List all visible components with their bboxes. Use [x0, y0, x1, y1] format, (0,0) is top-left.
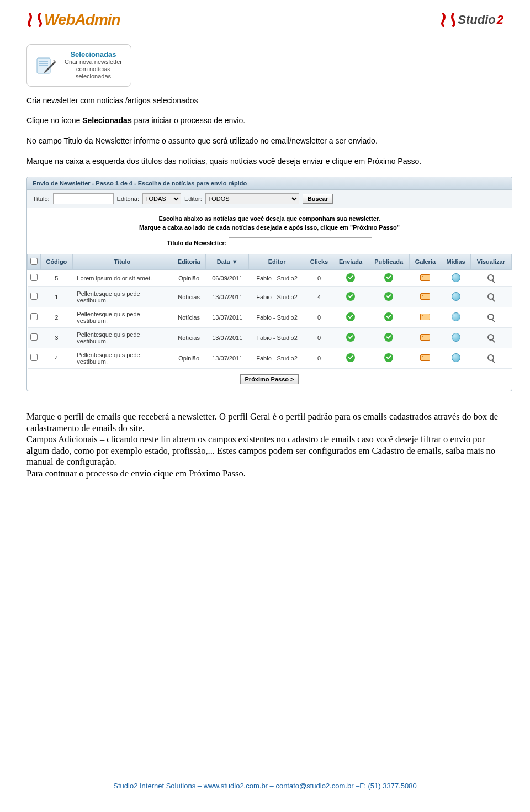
- cell-midias[interactable]: [441, 307, 470, 327]
- titulo-input[interactable]: [53, 193, 114, 204]
- col-codigo[interactable]: Código: [41, 254, 73, 269]
- body-p3: Para contnuar o processo de envio cique …: [26, 468, 504, 480]
- check-icon: [346, 353, 355, 362]
- page-footer: Studio2 Internet Solutions – www.studio2…: [26, 778, 504, 790]
- cell-galeria[interactable]: [410, 348, 441, 368]
- cell-galeria[interactable]: [410, 327, 441, 348]
- body-p2: Campos Adicionais – clicando neste lin a…: [26, 434, 504, 468]
- selecionadas-card[interactable]: Selecionadas Criar nova newsletter com n…: [26, 44, 131, 87]
- col-data[interactable]: Data ▼: [206, 254, 249, 269]
- globe-icon: [452, 292, 460, 301]
- filter-row: Título: Editoria: TODAS Editor: TODOS Bu…: [27, 190, 512, 208]
- titulo-label: Título:: [33, 195, 50, 202]
- table-row: 2Pellentesque quis pede vestibulum.Notíc…: [28, 307, 512, 327]
- col-editor[interactable]: Editor: [249, 254, 305, 269]
- col-midias[interactable]: Mídias: [441, 254, 470, 269]
- gallery-icon: [420, 314, 430, 320]
- cell-editoria: Notícias: [172, 327, 206, 348]
- col-clicks[interactable]: Clicks: [305, 254, 333, 269]
- cell-publicada: [368, 286, 410, 307]
- cell-galeria[interactable]: [410, 286, 441, 307]
- cell-data: 13/07/2011: [206, 286, 249, 307]
- intro-line-3: No campo Titulo da Newsletter informe o …: [26, 136, 504, 146]
- row-checkbox[interactable]: [30, 274, 38, 281]
- buscar-button[interactable]: Buscar: [303, 194, 333, 204]
- gallery-icon: [420, 354, 430, 361]
- intro-line-2: Clique no ícone Selecionadas para inicia…: [26, 115, 504, 126]
- cell-midias[interactable]: [441, 286, 470, 307]
- check-icon: [346, 333, 355, 342]
- row-checkbox[interactable]: [30, 333, 38, 341]
- logo-studio2: Studio2: [440, 12, 504, 28]
- editor-label: Editor:: [184, 195, 202, 202]
- select-all-checkbox[interactable]: [30, 258, 38, 265]
- cell-visualizar[interactable]: [470, 348, 511, 368]
- cell-codigo: 4: [41, 348, 73, 368]
- newsletter-title-label: Título da Newsletter:: [167, 240, 226, 246]
- col-galeria[interactable]: Galeria: [410, 254, 441, 269]
- newsletter-title-input[interactable]: [229, 237, 372, 248]
- row-checkbox[interactable]: [30, 293, 38, 300]
- check-icon: [346, 273, 355, 282]
- cell-enviada: [333, 348, 368, 368]
- col-visualizar[interactable]: Visualizar: [470, 254, 511, 269]
- cell-data: 13/07/2011: [206, 348, 249, 368]
- cell-galeria[interactable]: [410, 307, 441, 327]
- cell-codigo: 1: [41, 286, 73, 307]
- cell-visualizar[interactable]: [470, 327, 511, 348]
- card-sub1: Criar nova newsletter: [65, 59, 122, 66]
- logo-mark-icon: [440, 12, 457, 28]
- logo-mark-icon: [26, 12, 43, 28]
- cell-galeria[interactable]: [410, 269, 441, 286]
- row-checkbox[interactable]: [30, 313, 38, 320]
- instructions-block: Cria newsletter com noticias /artigos se…: [26, 95, 504, 167]
- newsletter-title-row: Título da Newsletter:: [27, 234, 512, 254]
- page-header: WebAdmin Studio2: [26, 0, 504, 44]
- logo-text-studio: Studio: [458, 13, 495, 27]
- cell-visualizar[interactable]: [470, 269, 511, 286]
- globe-icon: [452, 333, 460, 342]
- table-row: 5Lorem ipsum dolor sit amet.Opinião06/09…: [28, 269, 512, 286]
- editoria-select[interactable]: TODAS: [142, 193, 181, 204]
- col-enviada[interactable]: Enviada: [333, 254, 368, 269]
- cell-enviada: [333, 286, 368, 307]
- cell-visualizar[interactable]: [470, 286, 511, 307]
- intro-line-1: Cria newsletter com noticias /artigos se…: [26, 95, 504, 106]
- cell-editoria: Notícias: [172, 286, 206, 307]
- check-icon: [384, 333, 393, 342]
- cell-midias[interactable]: [441, 269, 470, 286]
- check-icon: [346, 312, 355, 321]
- row-checkbox[interactable]: [30, 354, 38, 361]
- cell-publicada: [368, 269, 410, 286]
- table-row: 4Pellentesque quis pede vestibulum.Opini…: [28, 348, 512, 368]
- editor-select[interactable]: TODOS: [205, 193, 299, 204]
- cell-clicks: 0: [305, 348, 333, 368]
- cell-publicada: [368, 307, 410, 327]
- cell-visualizar[interactable]: [470, 307, 511, 327]
- magnifier-icon: [487, 334, 494, 341]
- col-editoria[interactable]: Editoria: [172, 254, 206, 269]
- cell-clicks: 4: [305, 286, 333, 307]
- magnifier-icon: [487, 354, 494, 361]
- cell-midias[interactable]: [441, 348, 470, 368]
- cell-titulo: Lorem ipsum dolor sit amet.: [72, 269, 172, 286]
- cell-midias[interactable]: [441, 327, 470, 348]
- news-table: Código Título Editoria Data ▼ Editor Cli…: [27, 254, 512, 369]
- body-p1: Marque o perfil de emails que receberá a…: [26, 411, 504, 434]
- col-publicada[interactable]: Publicada: [368, 254, 410, 269]
- table-header-row: Código Título Editoria Data ▼ Editor Cli…: [28, 254, 512, 269]
- gallery-icon: [420, 334, 430, 341]
- cell-enviada: [333, 269, 368, 286]
- cell-titulo: Pellentesque quis pede vestibulum.: [72, 327, 172, 348]
- globe-icon: [452, 273, 460, 282]
- card-sub2: com notícias: [65, 66, 122, 73]
- logo-text: WebAdmin: [44, 11, 120, 29]
- cell-codigo: 5: [41, 269, 73, 286]
- proximo-passo-button[interactable]: Próximo Passo >: [240, 374, 299, 384]
- col-titulo[interactable]: Título: [72, 254, 172, 269]
- table-row: 3Pellentesque quis pede vestibulum.Notíc…: [28, 327, 512, 348]
- cell-titulo: Pellentesque quis pede vestibulum.: [72, 307, 172, 327]
- check-icon: [384, 312, 393, 321]
- cell-codigo: 2: [41, 307, 73, 327]
- gallery-icon: [420, 293, 430, 300]
